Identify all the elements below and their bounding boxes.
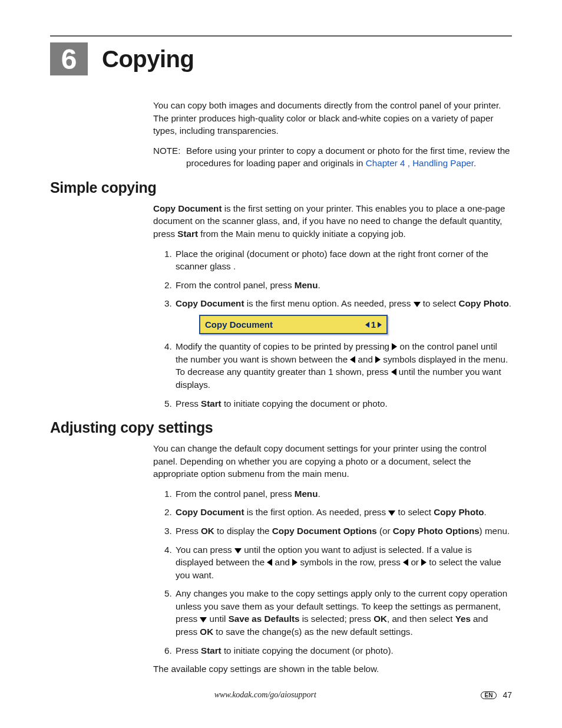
left-arrow-icon: [267, 559, 272, 566]
page-number: 47: [503, 690, 512, 700]
t: From the control panel, press: [176, 280, 295, 290]
top-rule: [50, 35, 512, 37]
t: and: [355, 354, 375, 364]
simple-copying-heading: Simple copying: [50, 179, 512, 196]
right-arrow-icon: [292, 559, 297, 566]
note-text: Before using your printer to copy a docu…: [186, 144, 512, 170]
intro-block: You can copy both images and documents d…: [153, 99, 512, 170]
copy-document-label: Copy Document: [176, 507, 244, 517]
t: .: [509, 298, 511, 308]
adjust-block: You can change the default copy document…: [153, 442, 512, 676]
menu-label: Menu: [295, 489, 318, 499]
t: or: [411, 557, 421, 567]
language-badge: EN: [481, 691, 497, 699]
right-arrow-icon: [392, 343, 397, 350]
t: is the first option. As needed, press: [244, 507, 388, 517]
left-arrow-icon: [365, 322, 369, 328]
t: Press: [176, 645, 201, 655]
chapter-header: 6 Copying: [50, 42, 512, 75]
step-1: From the control panel, press Menu.: [174, 487, 512, 500]
t: , and then select: [387, 614, 455, 624]
down-arrow-icon: [388, 510, 395, 516]
t: From the control panel, press: [176, 489, 295, 499]
down-arrow-icon: [414, 302, 421, 307]
simple-copying-block: Copy Document is the first setting on yo…: [153, 202, 512, 410]
t: to select: [395, 507, 434, 517]
step-5: Any changes you make to the copy setting…: [174, 587, 512, 638]
copy-photo-label: Copy Photo: [434, 507, 484, 517]
start-label: Start: [177, 229, 198, 239]
t: is selected; press: [299, 614, 373, 624]
menu-label: Menu: [295, 280, 318, 290]
step-2: Copy Document is the first option. As ne…: [174, 506, 512, 519]
lcd-display: Copy Document 1: [199, 315, 388, 334]
footer-url: www.kodak.com/go/aiosupport: [50, 690, 481, 700]
t: and: [275, 557, 293, 567]
step-5: Press Start to initiate copying the docu…: [174, 397, 512, 410]
copy-doc-options-label: Copy Document Options: [272, 526, 377, 536]
step-2: From the control panel, press Menu.: [174, 279, 512, 292]
t: Modify the quantity of copies to be prin…: [176, 341, 392, 351]
lcd-label: Copy Document: [205, 318, 273, 331]
t: is the first menu option. As needed, pre…: [244, 298, 413, 308]
left-arrow-icon: [403, 559, 408, 566]
right-arrow-icon: [378, 322, 382, 328]
note-link[interactable]: Chapter 4 , Handling Paper: [366, 158, 474, 168]
t: .: [318, 489, 320, 499]
adjust-steps: From the control panel, press Menu. Copy…: [153, 487, 512, 657]
down-arrow-icon: [200, 617, 207, 622]
t: to display the: [214, 526, 272, 536]
simple-steps: Place the original (document or photo) f…: [153, 248, 512, 410]
right-arrow-icon: [421, 559, 427, 566]
start-label: Start: [201, 398, 222, 409]
step-6: Press Start to initiate copying the docu…: [174, 644, 512, 657]
step-4: You can press until the option you want …: [174, 543, 512, 582]
step-1: Place the original (document or photo) f…: [174, 248, 512, 273]
t: ) menu.: [480, 526, 510, 536]
note-text-after: .: [474, 158, 476, 168]
chapter-title: Copying: [102, 46, 194, 73]
t: to select: [421, 298, 459, 308]
lcd-qty: 1: [365, 318, 382, 331]
t: Press: [176, 398, 201, 409]
ok-label: OK: [200, 627, 213, 637]
t: (or: [377, 526, 393, 536]
ok-label: OK: [373, 614, 387, 624]
t: until: [207, 614, 228, 624]
save-defaults-label: Save as Defaults: [229, 614, 300, 624]
chapter-number: 6: [50, 42, 88, 75]
t: You can press: [176, 545, 234, 555]
note: NOTE: Before using your printer to copy …: [153, 144, 512, 170]
adjust-intro: You can change the default copy document…: [153, 442, 512, 480]
step-4: Modify the quantity of copies to be prin…: [174, 340, 512, 391]
left-arrow-icon: [391, 368, 396, 375]
t: .: [318, 280, 320, 290]
ok-label: OK: [201, 526, 214, 536]
lcd-qty-num: 1: [371, 319, 376, 330]
yes-label: Yes: [455, 614, 471, 624]
step-3: Copy Document is the first menu option. …: [174, 297, 512, 334]
simple-intro: Copy Document is the first setting on yo…: [153, 202, 512, 241]
right-arrow-icon: [375, 356, 381, 363]
intro-paragraph: You can copy both images and documents d…: [153, 99, 512, 137]
page-footer: www.kodak.com/go/aiosupport EN 47: [50, 690, 512, 700]
t: symbols in the row, press: [300, 557, 403, 567]
t: .: [484, 507, 487, 517]
copy-document-label: Copy Document: [153, 203, 222, 213]
step-3: Press OK to display the Copy Document Op…: [174, 525, 512, 538]
start-label: Start: [201, 645, 222, 655]
t: to save the change(s) as the new default…: [213, 627, 413, 637]
t: Press: [176, 526, 201, 536]
note-label: NOTE:: [153, 144, 186, 170]
down-arrow-icon: [234, 548, 242, 554]
t: from the Main menu to quickly initiate a…: [198, 229, 406, 239]
copy-document-label: Copy Document: [176, 298, 244, 308]
copy-photo-label: Copy Photo: [459, 298, 509, 308]
copy-photo-options-label: Copy Photo Options: [393, 526, 480, 536]
adjust-outro: The available copy settings are shown in…: [153, 663, 512, 676]
t: to initiate copying the document (or pho…: [222, 645, 394, 655]
t: to initiate copying the document or phot…: [222, 398, 388, 409]
adjust-settings-heading: Adjusting copy settings: [50, 419, 512, 436]
left-arrow-icon: [350, 356, 355, 363]
page: 6 Copying You can copy both images and d…: [0, 0, 562, 728]
